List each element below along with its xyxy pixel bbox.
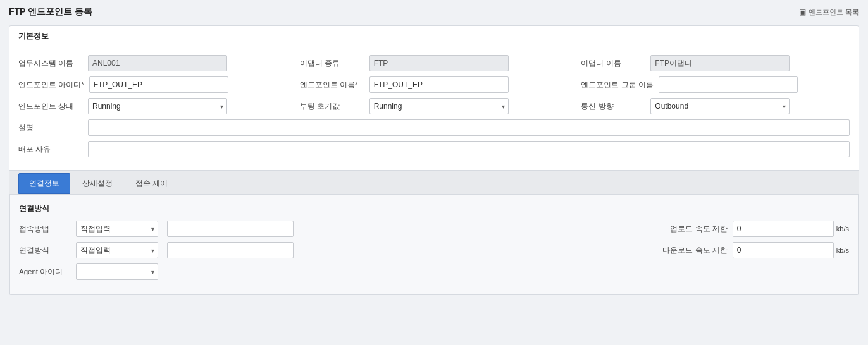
form-row-3: 엔드포인트 상태 Running Stopped Paused ▾ 부팅 초기값	[18, 98, 850, 114]
sub-row-1: 접속방법 직접입력 ▾ 업로드 속도 제한 kb/s	[19, 221, 849, 237]
comm-direction-group: 통신 방향 Outbound Inbound ▾	[581, 98, 850, 114]
tab-access[interactable]: 접속 제어	[125, 173, 178, 194]
deploy-reason-input[interactable]	[88, 141, 850, 157]
adapter-name-label: 어댑터 이름	[581, 59, 650, 68]
tabs-bar: 연결정보 상세설정 접속 제어	[9, 170, 859, 195]
basic-info-body: 업무시스템 이름 어댑터 종류 어댑터 이름 엔드포인트 아이디*	[9, 47, 859, 170]
upload-speed-group: 업로드 속도 제한 kb/s	[661, 221, 849, 237]
description-input[interactable]	[88, 119, 850, 136]
connection-type-select-wrap: 직접입력 ▾	[76, 242, 158, 258]
boot-initial-group: 부팅 초기값 Running Stopped ▾	[300, 98, 569, 114]
connection-method-header: 연결방식	[19, 203, 849, 214]
agent-id-group: Agent 아이디 ▾	[19, 263, 158, 280]
upload-speed-label: 업로드 속도 제한	[661, 224, 732, 234]
connection-type-group: 연결방식 직접입력 ▾	[19, 242, 294, 258]
download-speed-input[interactable]	[733, 242, 834, 258]
form-row-4: 설명	[18, 119, 850, 136]
business-system-group: 업무시스템 이름	[18, 55, 287, 71]
form-row-2: 엔드포인트 아이디* 엔드포인트 이름* 엔드포인트 그룹 이름	[18, 76, 850, 93]
endpoint-status-label: 엔드포인트 상태	[18, 102, 88, 111]
access-method-select-wrap: 직접입력 ▾	[76, 221, 158, 237]
endpoint-id-label: 엔드포인트 아이디*	[18, 80, 89, 90]
form-row-5: 배포 사유	[18, 141, 850, 157]
basic-info-header: 기본정보	[9, 26, 859, 47]
boot-initial-select[interactable]: Running Stopped	[369, 98, 509, 114]
tab-content-connection: 연결방식 접속방법 직접입력 ▾ 업로드 속도 제한	[9, 195, 859, 294]
page-title: FTP 엔드포인트 등록	[9, 6, 92, 18]
upload-speed-input[interactable]	[733, 221, 834, 237]
adapter-name-input	[650, 55, 790, 71]
endpoint-id-input[interactable]	[89, 76, 228, 93]
comm-direction-label: 통신 방향	[581, 102, 650, 111]
adapter-type-group: 어댑터 종류	[300, 55, 569, 71]
page-wrapper: FTP 엔드포인트 등록 ▣ 엔드포인트 목록 기본정보 업무시스템 이름 어댑…	[0, 0, 868, 345]
connection-type-select[interactable]: 직접입력	[76, 242, 158, 258]
upload-speed-unit: kb/s	[836, 225, 849, 233]
description-label: 설명	[18, 123, 88, 133]
endpoint-group-input[interactable]	[659, 76, 798, 93]
agent-id-select[interactable]	[76, 263, 158, 280]
deploy-reason-label: 배포 사유	[18, 145, 88, 154]
comm-direction-select[interactable]: Outbound Inbound	[650, 98, 790, 114]
agent-id-label: Agent 아이디	[19, 267, 76, 277]
sub-row-2: 연결방식 직접입력 ▾ 다운로드 속도 제한 kb/s	[19, 242, 849, 258]
business-system-input	[88, 55, 227, 71]
adapter-type-input	[369, 55, 509, 71]
adapter-type-label: 어댑터 종류	[300, 59, 369, 68]
connection-type-label: 연결방식	[19, 246, 76, 255]
access-method-group: 접속방법 직접입력 ▾	[19, 221, 294, 237]
sub-row-3: Agent 아이디 ▾	[19, 263, 849, 280]
access-method-select[interactable]: 직접입력	[76, 221, 158, 237]
endpoint-name-label: 엔드포인트 이름*	[300, 80, 369, 90]
download-speed-group: 다운로드 속도 제한 kb/s	[654, 242, 849, 258]
business-system-label: 업무시스템 이름	[18, 59, 88, 68]
endpoint-group-label: 엔드포인트 그룹 이름	[581, 80, 658, 90]
upload-speed-wrap: kb/s	[733, 221, 849, 237]
download-speed-unit: kb/s	[836, 246, 849, 254]
adapter-name-group: 어댑터 이름	[581, 55, 850, 71]
basic-info-card: 기본정보 업무시스템 이름 어댑터 종류 어댑터 이름	[9, 25, 859, 295]
breadcrumb-link[interactable]: ▣ 엔드포인트 목록	[799, 8, 859, 17]
endpoint-group-group: 엔드포인트 그룹 이름	[581, 76, 850, 93]
breadcrumb-icon: ▣	[799, 8, 806, 16]
page-header: FTP 엔드포인트 등록 ▣ 엔드포인트 목록	[9, 6, 859, 18]
tab-connection[interactable]: 연결정보	[18, 173, 70, 194]
endpoint-id-group: 엔드포인트 아이디*	[18, 76, 287, 93]
agent-id-select-wrap: ▾	[76, 263, 158, 280]
form-row-1: 업무시스템 이름 어댑터 종류 어댑터 이름	[18, 55, 850, 71]
access-method-input[interactable]	[167, 221, 294, 237]
download-speed-wrap: kb/s	[733, 242, 849, 258]
endpoint-name-input[interactable]	[369, 76, 509, 93]
download-speed-label: 다운로드 속도 제한	[654, 246, 732, 255]
tab-detail[interactable]: 상세설정	[71, 173, 123, 194]
access-method-label: 접속방법	[19, 224, 76, 234]
endpoint-status-group: 엔드포인트 상태 Running Stopped Paused ▾	[18, 98, 287, 114]
endpoint-name-group: 엔드포인트 이름*	[300, 76, 569, 93]
breadcrumb-label: 엔드포인트 목록	[809, 8, 859, 17]
connection-type-input[interactable]	[167, 242, 294, 258]
endpoint-status-select[interactable]: Running Stopped Paused	[88, 98, 227, 114]
boot-initial-label: 부팅 초기값	[300, 102, 369, 111]
